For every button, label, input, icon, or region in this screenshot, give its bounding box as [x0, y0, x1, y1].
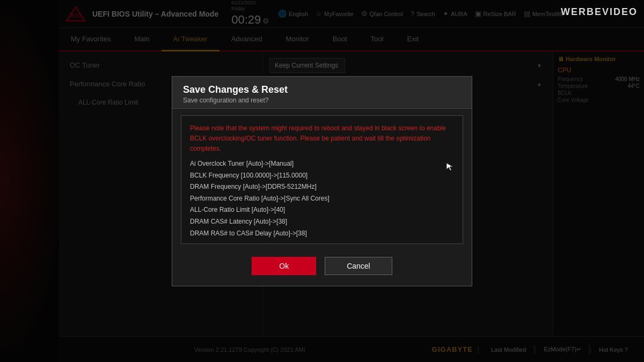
modal-change-5: ALL-Core Ratio Limit [Auto]->[40]: [190, 204, 454, 216]
save-reset-modal: Save Changes & Reset Save configuration …: [172, 76, 472, 286]
ok-button[interactable]: Ok: [252, 257, 316, 275]
modal-change-7: DRAM RAS# to CAS# Delay [Auto]->[38]: [190, 228, 454, 240]
modal-footer: Ok Cancel: [172, 250, 472, 286]
modal-change-3: DRAM Frequency [Auto]->[DDR5-5212MHz]: [190, 181, 454, 193]
modal-warning-text: Please note that the system might requir…: [190, 123, 454, 154]
modal-subtitle: Save configuration and reset?: [183, 97, 461, 104]
modal-header: Save Changes & Reset Save configuration …: [172, 77, 472, 109]
watermark: WERBEVIDEO: [561, 6, 638, 18]
modal-overlay: Save Changes & Reset Save configuration …: [0, 0, 644, 362]
modal-change-1: Ai Overclock Tuner [Auto]->[Manual]: [190, 158, 454, 170]
cancel-button[interactable]: Cancel: [325, 257, 392, 275]
modal-change-2: BCLK Frequency [100.0000]->[115.0000]: [190, 170, 454, 182]
modal-change-4: Performance Core Ratio [Auto]->[Sync All…: [190, 193, 454, 205]
modal-body: Please note that the system might requir…: [181, 115, 463, 244]
modal-change-6: DRAM CAS# Latency [Auto]->[38]: [190, 216, 454, 228]
modal-title: Save Changes & Reset: [183, 84, 461, 95]
